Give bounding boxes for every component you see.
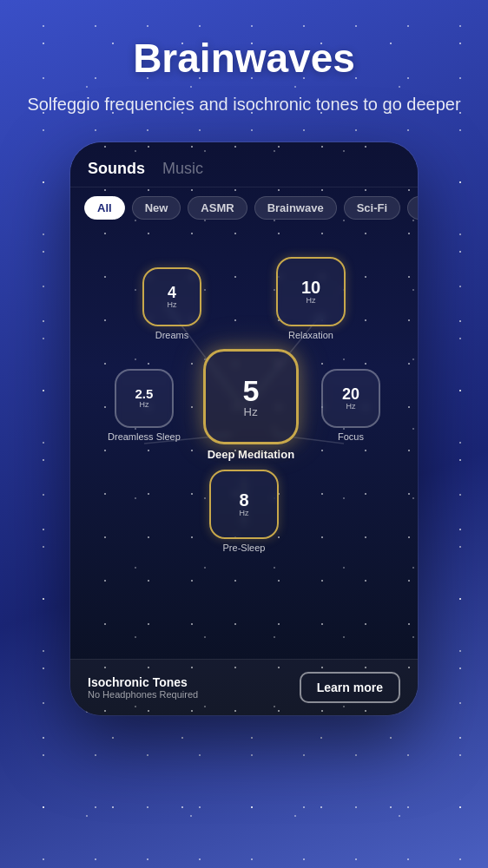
pre-sleep-label: Pre-Sleep: [223, 542, 266, 553]
tab-sounds[interactable]: Sounds: [88, 160, 145, 178]
deep-meditation-bubble[interactable]: 5 Hz: [203, 349, 299, 444]
filter-scifi[interactable]: Sci-Fi: [344, 196, 400, 220]
filter-all[interactable]: All: [84, 196, 125, 220]
dreamless-bubble[interactable]: 2.5 Hz: [115, 369, 174, 428]
sound-dreamless-sleep[interactable]: 2.5 Hz Dreamless Sleep: [108, 369, 181, 442]
sounds-layout: 4 Hz Dreams 10 Hz Relaxation: [88, 257, 400, 621]
bottom-bar: Isochronic Tones No Headphones Required …: [70, 659, 418, 715]
tab-music[interactable]: Music: [162, 160, 203, 178]
deep-meditation-label: Deep Meditation: [208, 448, 294, 461]
sound-deep-meditation[interactable]: 5 Hz Deep Meditation: [203, 349, 299, 461]
focus-bubble[interactable]: 20 Hz: [321, 369, 380, 428]
tab-bar: Sounds Music: [70, 142, 418, 187]
isochronic-title: Isochronic Tones: [88, 675, 198, 689]
sound-relaxation[interactable]: 10 Hz Relaxation: [276, 257, 346, 340]
filter-bar: All New ASMR Brainwave Sci-Fi Bab: [70, 187, 418, 228]
filter-bab[interactable]: Bab: [407, 196, 418, 220]
app-title: Brainwaves: [27, 35, 460, 82]
filter-new[interactable]: New: [132, 196, 181, 220]
filter-asmr[interactable]: ASMR: [188, 196, 247, 220]
bottom-bar-info: Isochronic Tones No Headphones Required: [88, 675, 198, 700]
isochronic-subtitle: No Headphones Required: [88, 689, 198, 700]
sound-dreams[interactable]: 4 Hz Dreams: [142, 267, 201, 340]
sounds-grid: 4 Hz Dreams 10 Hz Relaxation: [70, 228, 418, 659]
learn-more-button[interactable]: Learn more: [300, 672, 400, 703]
header: Brainwaves Solfeggio frequencies and iso…: [1, 0, 486, 134]
relaxation-label: Relaxation: [288, 330, 333, 340]
sound-focus[interactable]: 20 Hz Focus: [321, 369, 380, 442]
relaxation-bubble[interactable]: 10 Hz: [276, 257, 346, 326]
dreams-bubble[interactable]: 4 Hz: [142, 267, 201, 326]
filter-brainwave[interactable]: Brainwave: [254, 196, 337, 220]
dreams-label: Dreams: [155, 330, 189, 340]
pre-sleep-bubble[interactable]: 8 Hz: [209, 470, 279, 539]
focus-label: Focus: [338, 431, 364, 442]
dreamless-label: Dreamless Sleep: [108, 431, 181, 442]
phone-mockup: Sounds Music All New ASMR Brainwave Sci-…: [70, 142, 418, 715]
app-subtitle: Solfeggio frequencies and isochronic ton…: [27, 92, 460, 116]
sound-pre-sleep[interactable]: 8 Hz Pre-Sleep: [209, 470, 279, 553]
